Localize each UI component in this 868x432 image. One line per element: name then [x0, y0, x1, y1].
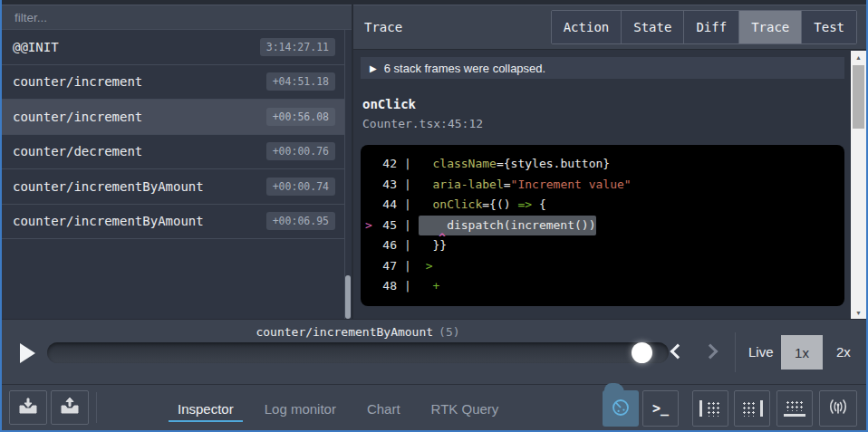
collapsed-frames-text: 6 stack frames were collapsed.	[384, 62, 545, 75]
timeline-slider[interactable]	[47, 342, 669, 363]
trace-scrollbar-thumb[interactable]	[853, 65, 864, 129]
filter-input[interactable]	[13, 10, 341, 25]
scroll-down-icon[interactable]: ▼	[851, 306, 866, 319]
export-icon	[60, 397, 80, 418]
dock-right-icon	[741, 399, 763, 418]
gutter-pipe-icon: |	[397, 154, 419, 175]
action-timestamp: +00:06.95	[266, 212, 335, 230]
action-timestamp: +00:56.08	[266, 108, 335, 126]
tab-state[interactable]: State	[621, 11, 683, 43]
import-button[interactable]	[9, 390, 47, 425]
code-text: className={styles.button}	[419, 154, 610, 175]
gutter-pipe-icon: |	[397, 216, 419, 236]
action-log-panel: @@INIT3:14:27.11counter/increment+04:51.…	[2, 5, 352, 319]
dock-left-button[interactable]	[692, 390, 728, 427]
monitor-tab-rtk-query[interactable]: RTK Query	[429, 389, 501, 427]
line-marker-icon	[361, 195, 377, 216]
playback-bar: counter/incrementByAmount(5) Live 1x 2x	[2, 319, 866, 384]
line-marker-icon	[361, 154, 377, 175]
export-button[interactable]	[51, 390, 89, 425]
code-line: 46| }}	[361, 235, 844, 256]
line-number: 47	[377, 256, 397, 277]
gutter-pipe-icon: |	[397, 175, 419, 196]
dock-left-icon	[699, 399, 721, 418]
speed-2x-button[interactable]: 2x	[836, 344, 851, 360]
current-action-index: (5)	[439, 325, 459, 339]
action-timestamp: +04:51.18	[266, 72, 335, 91]
stack-frame-function: onClick	[362, 97, 866, 111]
redux-devtools-window: @@INIT3:14:27.11counter/increment+04:51.…	[0, 0, 868, 432]
action-list-scrollbar-thumb[interactable]	[345, 275, 351, 319]
current-action-label: counter/incrementByAmount	[256, 325, 433, 339]
code-line: 43| aria-label="Increment value"	[361, 175, 844, 196]
tab-action[interactable]: Action	[552, 11, 622, 43]
import-icon	[18, 397, 38, 418]
code-snippet: 42| className={styles.button}43| aria-la…	[361, 145, 844, 306]
collapsed-frames-banner[interactable]: ▶ 6 stack frames were collapsed.	[361, 57, 844, 79]
step-back-button[interactable]	[670, 344, 686, 360]
action-name: counter/incrementByAmount	[13, 179, 204, 194]
action-row[interactable]: counter/incrementByAmount+00:00.74	[2, 169, 344, 205]
code-token	[419, 178, 433, 191]
action-row[interactable]: counter/decrement+00:00.76	[2, 135, 344, 170]
action-row[interactable]: counter/incrementByAmount+00:06.95	[2, 205, 344, 240]
code-token: className	[432, 157, 496, 170]
tab-diff[interactable]: Diff	[683, 11, 738, 43]
scroll-up-icon[interactable]: ▲	[851, 51, 866, 63]
gutter-pipe-icon: |	[397, 195, 419, 216]
line-number: 48	[377, 276, 397, 297]
slider-thumb[interactable]	[632, 342, 652, 363]
code-line: 47| >	[361, 256, 844, 277]
tab-trace[interactable]: Trace	[738, 11, 801, 43]
filter-row	[2, 5, 352, 30]
line-marker-icon	[361, 256, 377, 277]
stack-frame-location[interactable]: Counter.tsx:45:12	[362, 117, 866, 130]
action-row[interactable]: counter/increment+00:56.08	[2, 100, 344, 135]
code-text: onClick={() => {	[419, 195, 546, 216]
code-token	[419, 157, 433, 170]
code-token: onClick	[432, 197, 482, 211]
trace-panel-header: Trace ActionStateDiffTraceTest	[353, 5, 866, 50]
remote-button[interactable]	[819, 390, 857, 427]
stopwatch-icon	[610, 396, 632, 421]
code-token: {	[532, 197, 546, 211]
code-line: 48| +	[361, 276, 844, 297]
tab-test[interactable]: Test	[801, 11, 856, 43]
dock-bottom-button[interactable]	[776, 390, 813, 427]
gutter-pipe-icon: |	[397, 235, 419, 256]
action-name: counter/incrementByAmount	[13, 214, 204, 228]
monitor-tab-inspector[interactable]: Inspector	[176, 389, 236, 427]
action-timestamp: +00:00.74	[266, 178, 335, 196]
dock-bottom-icon	[784, 399, 805, 418]
slider-label: counter/incrementByAmount(5)	[47, 325, 669, 339]
line-number: 44	[377, 195, 397, 216]
line-number: 42	[377, 154, 397, 175]
panel-title: Trace	[364, 20, 402, 34]
terminal-icon: >_	[652, 400, 669, 417]
action-name: counter/increment	[13, 110, 142, 124]
code-token: aria-label	[432, 178, 503, 191]
trace-scrollbar[interactable]: ▲ ▼	[851, 51, 866, 319]
action-timestamp: +00:00.76	[266, 142, 335, 160]
live-button[interactable]: Live	[748, 344, 774, 360]
play-button[interactable]	[20, 343, 35, 363]
caret-marker-icon: ^	[439, 228, 446, 249]
action-row[interactable]: counter/increment+04:51.18	[2, 65, 344, 101]
pause-recording-button[interactable]	[603, 390, 639, 427]
dock-right-button[interactable]	[734, 390, 770, 427]
line-number: 45	[377, 216, 397, 236]
code-text: >	[419, 256, 433, 277]
dispatcher-button[interactable]: >_	[642, 390, 679, 427]
speed-1x-button[interactable]: 1x	[781, 335, 823, 370]
step-forward-button[interactable]	[703, 344, 719, 360]
code-line: 42| className={styles.button}	[361, 154, 844, 175]
code-line: 44| onClick={() => {	[361, 195, 844, 216]
line-marker-icon: >	[361, 216, 377, 236]
trace-panel-body: ▶ 6 stack frames were collapsed. onClick…	[353, 50, 866, 319]
action-row[interactable]: @@INIT3:14:27.11	[2, 30, 344, 65]
code-token	[419, 197, 433, 211]
code-token: =	[504, 178, 511, 191]
action-name: counter/increment	[13, 74, 142, 89]
monitor-tab-log-monitor[interactable]: Log monitor	[263, 389, 338, 427]
monitor-tab-chart[interactable]: Chart	[365, 389, 402, 427]
